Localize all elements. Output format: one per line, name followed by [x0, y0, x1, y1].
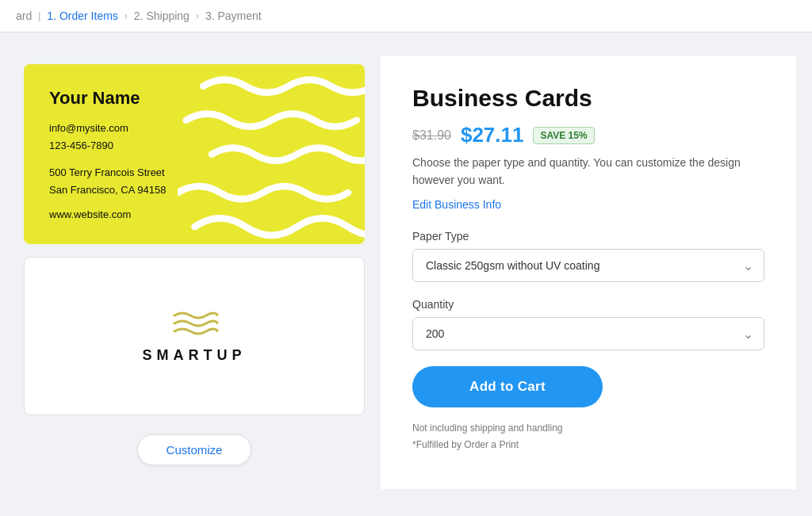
quantity-select[interactable]: 100 200 500 1000 [412, 317, 764, 350]
paper-type-select[interactable]: Classic 250gsm without UV coating Premiu… [412, 249, 764, 282]
quantity-field: Quantity 100 200 500 1000 ⌄ [412, 298, 764, 350]
customize-wrapper: Customize [24, 428, 365, 472]
save-badge: SAVE 15% [533, 127, 594, 144]
sale-price: $27.11 [461, 123, 524, 147]
brand-waves-icon [170, 309, 218, 338]
breadcrumb-step-2[interactable]: 2. Shipping [134, 10, 190, 22]
breadcrumb-step-3[interactable]: 3. Payment [205, 10, 262, 22]
price-row: $31.90 $27.11 SAVE 15% [412, 123, 764, 147]
breadcrumb-step-1[interactable]: 1. Order Items [47, 10, 117, 22]
card-website: www.website.com [49, 208, 339, 220]
product-title: Business Cards [412, 85, 764, 112]
quantity-select-wrapper: 100 200 500 1000 ⌄ [412, 317, 764, 350]
breadcrumb-prefix: ard [16, 10, 32, 22]
card-address: 500 Terry Francois Street San Francisco,… [49, 164, 339, 199]
product-description: Choose the paper type and quantity. You … [412, 154, 764, 189]
customize-button[interactable]: Customize [137, 434, 252, 465]
fine-print-line1: Not including shipping and handling [412, 420, 764, 438]
add-to-cart-button[interactable]: Add to Cart [412, 366, 603, 407]
breadcrumb-bar: ard | 1. Order Items › 2. Shipping › 3. … [0, 0, 812, 32]
fine-print-line2: *Fulfilled by Order a Print [412, 437, 764, 454]
product-panel: Business Cards $31.90 $27.11 SAVE 15% Ch… [381, 56, 796, 489]
quantity-label: Quantity [412, 298, 764, 311]
paper-type-select-wrapper: Classic 250gsm without UV coating Premiu… [412, 249, 764, 282]
fine-print: Not including shipping and handling *Ful… [412, 420, 764, 454]
original-price: $31.90 [412, 128, 451, 143]
card-back: SMARTUP [24, 257, 365, 415]
card-contact: info@mysite.com 123-456-7890 [49, 120, 339, 155]
paper-type-label: Paper Type [412, 230, 764, 243]
main-content: Your Name info@mysite.com 123-456-7890 5… [0, 32, 812, 513]
brand-name: SMARTUP [143, 347, 247, 364]
preview-panel: Your Name info@mysite.com 123-456-7890 5… [16, 56, 381, 489]
paper-type-field: Paper Type Classic 250gsm without UV coa… [412, 230, 764, 282]
card-front: Your Name info@mysite.com 123-456-7890 5… [24, 64, 365, 244]
card-name: Your Name [49, 88, 339, 109]
breadcrumb-chevron-2: › [196, 10, 199, 21]
breadcrumb-sep-0: | [38, 10, 40, 21]
breadcrumb-chevron-1: › [124, 10, 128, 21]
edit-business-info-link[interactable]: Edit Business Info [412, 198, 501, 211]
